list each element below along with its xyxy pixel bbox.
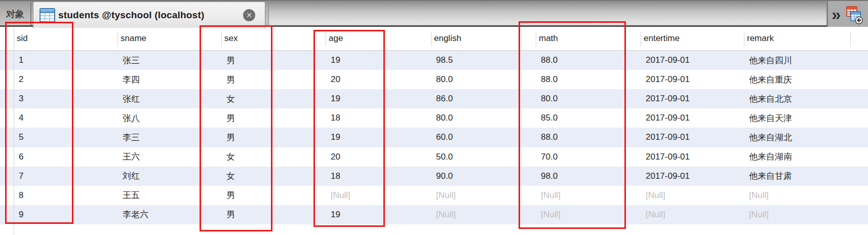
cell-entertime[interactable]: 2017-09-01 [641,89,744,108]
cell-math[interactable]: 80.0 [536,89,641,108]
cell-sid[interactable]: 1 [14,51,117,70]
cell-sid[interactable]: 8 [14,186,117,205]
cell-remark[interactable]: 他来自天津 [744,108,850,128]
cell-math[interactable]: 85.0 [536,108,641,128]
cell-remark[interactable]: 他来自重庆 [744,70,850,89]
cell-english[interactable]: [Null] [431,205,536,224]
table-row-6: 6王六女2050.070.02017-09-01他来自湖南 [0,147,868,167]
cell-remark[interactable]: 他来自北京 [744,89,850,108]
table-row-7: 7刘红女1890.098.02017-09-01他来自甘肃 [0,167,868,186]
cell-sex[interactable]: 男 [221,186,326,205]
cell-remark[interactable]: 他来自湖北 [744,128,850,147]
column-header-math[interactable]: math [536,27,641,50]
cell-remark[interactable]: [Null] [744,205,850,224]
cell-sid[interactable]: 6 [14,147,117,167]
cell-entertime[interactable]: [Null] [641,205,744,224]
tab-objects[interactable]: 对象 [0,2,31,26]
cell-english[interactable]: 86.0 [431,89,536,108]
row-gutter[interactable] [0,108,14,128]
tab-close-icon[interactable]: ✕ [243,9,255,21]
column-header-remark[interactable]: remark [744,27,850,50]
cell-remark[interactable]: 他来自湖南 [744,147,850,167]
cell-age[interactable]: 19 [326,51,431,70]
cell-sex[interactable]: 男 [221,108,326,128]
cell-age[interactable]: 18 [326,108,431,128]
cell-entertime[interactable]: 2017-09-01 [641,70,744,89]
row-gutter[interactable] [0,128,14,147]
row-gutter[interactable] [0,89,14,108]
column-header-sname[interactable]: sname [117,27,221,50]
cell-english[interactable]: 98.5 [431,51,536,70]
cell-english[interactable]: 80.0 [431,70,536,89]
cell-entertime[interactable]: 2017-09-01 [641,108,744,128]
cell-math[interactable]: 98.0 [536,167,641,186]
cell-sid[interactable]: 7 [14,167,117,186]
cell-english[interactable]: [Null] [431,186,536,205]
column-header-entertime[interactable]: entertime [641,27,744,50]
cell-sname[interactable]: 张红 [117,89,221,108]
cell-math[interactable]: 70.0 [536,147,641,167]
cell-sex[interactable]: 女 [221,167,326,186]
table-row-9: 9李老六男19[Null][Null][Null][Null] [0,205,868,224]
row-gutter[interactable] [0,51,14,70]
cell-sid[interactable]: 4 [14,108,117,128]
cell-math[interactable]: [Null] [536,186,641,205]
cell-sex[interactable]: 女 [221,147,326,167]
cell-age[interactable]: 20 [326,147,431,167]
cell-entertime[interactable]: 2017-09-01 [641,147,744,167]
cell-sex[interactable]: 女 [221,89,326,108]
cell-sid[interactable]: 9 [14,205,117,224]
cell-sname[interactable]: 张三 [117,51,221,70]
row-gutter[interactable] [0,167,14,186]
cell-sname[interactable]: 张八 [117,108,221,128]
row-gutter[interactable] [0,186,14,205]
cell-sid[interactable]: 2 [14,70,117,89]
cell-english[interactable]: 60.0 [431,128,536,147]
cell-sid[interactable]: 5 [14,128,117,147]
column-header-age[interactable]: age [326,27,431,50]
column-header-sex[interactable]: sex [221,27,326,50]
cell-sname[interactable]: 李三 [117,128,221,147]
cell-remark[interactable]: [Null] [744,186,850,205]
cell-sex[interactable]: 男 [221,51,326,70]
cell-age[interactable]: 19 [326,128,431,147]
cell-math[interactable]: 88.0 [536,70,641,89]
cell-sid[interactable]: 3 [14,89,117,108]
cell-math[interactable]: 88.0 [536,128,641,147]
cell-sex[interactable]: 男 [221,70,326,89]
cell-age[interactable]: 18 [326,167,431,186]
tab-students-active[interactable]: students @tyschool (localhost) ✕ [33,2,265,28]
new-tab-table-plus-icon[interactable] [844,5,863,24]
cell-math[interactable]: 88.0 [536,51,641,70]
cell-sex[interactable]: 男 [221,128,326,147]
cell-entertime[interactable]: [Null] [641,186,744,205]
table-row-3: 3张红女1986.080.02017-09-01他来自北京 [0,89,868,108]
cell-entertime[interactable]: 2017-09-01 [641,167,744,186]
cell-english[interactable]: 50.0 [431,147,536,167]
column-header-sid[interactable]: sid [14,27,117,50]
grid-header-row: sidsnamesexageenglishmathentertimeremark [0,27,868,51]
cell-sname[interactable]: 李老六 [117,205,221,224]
cell-entertime[interactable]: 2017-09-01 [641,51,744,70]
cell-sex[interactable]: 男 [221,205,326,224]
cell-english[interactable]: 90.0 [431,167,536,186]
row-gutter[interactable] [0,147,14,167]
cell-english[interactable]: 80.0 [431,108,536,128]
column-header-english[interactable]: english [431,27,536,50]
cell-age[interactable]: [Null] [326,186,431,205]
cell-age[interactable]: 20 [326,70,431,89]
cell-age[interactable]: 19 [326,89,431,108]
tab-controls: » [827,1,868,28]
cell-sname[interactable]: 王五 [117,186,221,205]
cell-math[interactable]: [Null] [536,205,641,224]
tab-overflow-chevron-icon[interactable]: » [832,6,840,23]
cell-sname[interactable]: 王六 [117,147,221,167]
cell-age[interactable]: 19 [326,205,431,224]
cell-remark[interactable]: 他来自甘肃 [744,167,850,186]
cell-entertime[interactable]: 2017-09-01 [641,128,744,147]
row-gutter[interactable] [0,70,14,89]
row-gutter[interactable] [0,205,14,224]
cell-sname[interactable]: 李四 [117,70,221,89]
cell-remark[interactable]: 他来自四川 [744,51,850,70]
cell-sname[interactable]: 刘红 [117,167,221,186]
